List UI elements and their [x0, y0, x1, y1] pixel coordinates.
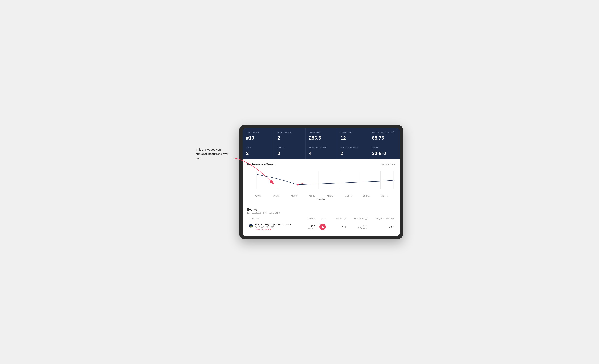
event-score-badge: -22: [319, 224, 326, 230]
events-section: Events Last updated: 24th November 2023 …: [243, 205, 400, 236]
col-position: Position: [304, 216, 317, 221]
event-sg-value: 0.45: [342, 225, 346, 228]
weighted-points-info-icon: i: [391, 218, 394, 220]
stat-stroke-play-label: Stroke Play Events: [309, 146, 333, 149]
event-details: Buster Cozy Cup – Stroke Play Oct 9 – Oc…: [255, 223, 291, 231]
chart-x-label-jan24: JAN 24: [303, 195, 321, 197]
events-table: Event Name Position Score Event SG i: [247, 216, 395, 233]
event-main-name: Buster Cozy Cup – Stroke Play: [255, 223, 291, 226]
event-total-points-cell: 28.3 3 Rounds: [347, 221, 369, 233]
chart-x-labels: OCT 23 NOV 23 DEC 23 JAN 24 FEB 24 MAR 2…: [247, 195, 395, 197]
annotation-bold: National Rank: [196, 152, 215, 155]
event-type-icon: ⛳: [249, 223, 253, 228]
stat-national-rank: National Rank #10: [243, 128, 274, 143]
performance-header: Performance Trend National Rank: [247, 163, 395, 166]
event-position-cell: 6th out of 7: [304, 221, 317, 233]
stat-record: Record 32-8-0: [369, 143, 400, 159]
tablet-frame: National Rank #10 Regional Rank 2 Scorin…: [239, 125, 403, 239]
stat-match-play-value: 2: [340, 151, 365, 156]
stat-total-rounds-label: Total Rounds: [340, 131, 365, 133]
chart-x-label-may24: MAY 24: [375, 195, 393, 197]
stat-avg-weighted-points: Avg. Weighted Points ⓘ 68.75: [369, 128, 400, 143]
col-total-points: Total Points i: [347, 216, 369, 221]
stat-top3s-value: 2: [277, 151, 302, 156]
event-sg-cell: 0.45: [328, 221, 347, 233]
stat-record-label: Record: [372, 146, 396, 149]
events-subtitle: Last updated: 24th November 2023: [247, 212, 395, 214]
event-position-value: 6th: [305, 224, 315, 227]
stat-national-rank-label: National Rank: [246, 131, 271, 133]
events-title: Events: [247, 208, 395, 211]
svg-text:#10: #10: [300, 182, 304, 185]
rank-impact: Rank Impact: 3 ▼: [255, 229, 291, 231]
stats-header-row1: National Rank #10 Regional Rank 2 Scorin…: [243, 128, 400, 143]
stat-regional-rank: Regional Rank 2: [274, 128, 305, 143]
chart-area: #10: [247, 168, 395, 195]
tablet-screen: National Rank #10 Regional Rank 2 Scorin…: [243, 128, 400, 236]
annotation: This shows you your National Rank trend …: [196, 148, 234, 160]
col-event-name: Event Name: [247, 216, 304, 221]
page-container: This shows you your National Rank trend …: [196, 125, 403, 239]
col-event-sg: Event SG i: [328, 216, 347, 221]
stat-regional-rank-value: 2: [277, 135, 302, 141]
col-score: Score: [317, 216, 328, 221]
stat-record-value: 32-8-0: [372, 151, 396, 156]
total-points-info-icon: i: [365, 218, 367, 220]
event-date: Oct 9 – Oct 10, 2023: [255, 226, 291, 228]
annotation-text-before: This shows you your: [196, 148, 222, 151]
event-weighted-points-cell: 28.3: [369, 221, 395, 233]
svg-point-9: [297, 184, 299, 185]
stat-avg-weighted-points-label: Avg. Weighted Points ⓘ: [372, 131, 396, 133]
chart-x-label-feb24: FEB 24: [321, 195, 339, 197]
event-total-points-sub: 3 Rounds: [349, 227, 367, 229]
table-row: ⛳ Buster Cozy Cup – Stroke Play Oct 9 – …: [247, 221, 395, 233]
events-table-header-row: Event Name Position Score Event SG i: [247, 216, 395, 221]
stat-stroke-play-value: 4: [309, 151, 333, 156]
stat-stroke-play: Stroke Play Events 4: [306, 143, 337, 159]
event-weighted-points-value: 28.3: [389, 225, 394, 228]
chart-x-label-nov23: NOV 23: [267, 195, 285, 197]
stat-total-rounds-value: 12: [340, 135, 365, 141]
chart-x-label-mar24: MAR 24: [339, 195, 357, 197]
performance-section: Performance Trend National Rank: [243, 159, 400, 205]
stat-scoring-avg: Scoring Avg. 286.5: [306, 128, 337, 143]
stat-match-play-label: Match Play Events: [340, 146, 365, 149]
stat-regional-rank-label: Regional Rank: [277, 131, 302, 133]
performance-title: Performance Trend: [247, 163, 275, 166]
svg-text:⛳: ⛳: [250, 224, 252, 227]
chart-x-label-apr24: APR 24: [357, 195, 375, 197]
stat-top3s-label: Top 3s: [277, 146, 302, 149]
stats-header-row2: Wins 2 Top 3s 2 Stroke Play Events 4 Mat…: [243, 143, 400, 159]
event-sg-info-icon: i: [344, 218, 346, 220]
event-name-cell: ⛳ Buster Cozy Cup – Stroke Play Oct 9 – …: [247, 221, 304, 233]
stat-wins-label: Wins: [246, 146, 271, 149]
stat-total-rounds: Total Rounds 12: [337, 128, 368, 143]
stat-scoring-avg-label: Scoring Avg.: [309, 131, 333, 133]
stat-national-rank-value: #10: [246, 135, 271, 141]
stat-match-play: Match Play Events 2: [337, 143, 368, 159]
event-name-inner: ⛳ Buster Cozy Cup – Stroke Play Oct 9 – …: [249, 223, 302, 231]
event-position-sub: out of 7: [305, 227, 315, 230]
stat-wins-value: 2: [246, 151, 271, 156]
stat-scoring-avg-value: 286.5: [309, 135, 333, 141]
stat-avg-weighted-points-value: 68.75: [372, 135, 396, 141]
stat-top3s: Top 3s 2: [274, 143, 305, 159]
chart-svg: #10: [247, 168, 395, 195]
chart-x-title: Months: [247, 198, 395, 201]
chart-x-label-dec23: DEC 23: [285, 195, 303, 197]
stat-wins: Wins 2: [243, 143, 274, 159]
col-weighted-points: Weighted Points i: [369, 216, 395, 221]
performance-label: National Rank: [381, 163, 395, 166]
event-total-points-value: 28.3: [349, 224, 367, 227]
event-score-cell: -22: [317, 221, 328, 233]
chart-x-label-oct23: OCT 23: [249, 195, 267, 197]
